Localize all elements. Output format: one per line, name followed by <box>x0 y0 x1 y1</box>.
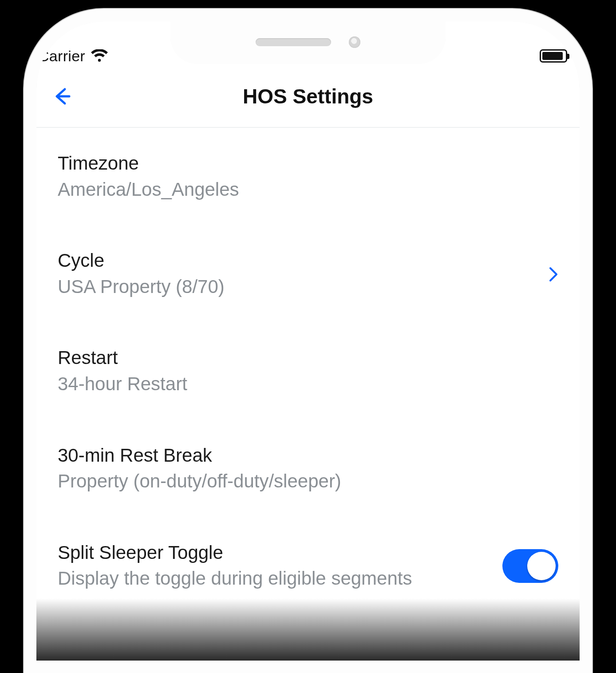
status-left: Carrier <box>38 48 108 65</box>
rest-break-value: Property (on-duty/off-duty/sleeper) <box>58 469 558 494</box>
cycle-label: Cycle <box>58 249 538 273</box>
settings-list: Timezone America/Los_Angeles Cycle USA P… <box>36 128 580 614</box>
speaker-grille <box>256 38 331 46</box>
status-right <box>540 49 567 63</box>
wifi-icon <box>91 49 108 63</box>
rest-break-label: 30-min Rest Break <box>58 444 558 467</box>
phone-frame: Carrier 4:50 PM HOS Settings Timezone <box>24 9 592 673</box>
split-sleeper-label: Split Sleeper Toggle <box>58 541 492 565</box>
timezone-label: Timezone <box>58 152 558 175</box>
restart-value: 34-hour Restart <box>58 372 558 397</box>
timezone-value: America/Los_Angeles <box>58 177 558 202</box>
chevron-right-icon <box>549 267 558 282</box>
front-camera <box>349 36 360 48</box>
carrier-label: Carrier <box>38 48 85 65</box>
row-split-sleeper: Split Sleeper Toggle Display the toggle … <box>36 517 580 614</box>
row-cycle[interactable]: Cycle USA Property (8/70) <box>36 225 580 322</box>
arrow-left-icon <box>52 87 72 106</box>
split-sleeper-toggle[interactable] <box>502 549 558 583</box>
screen: Carrier 4:50 PM HOS Settings Timezone <box>36 21 580 661</box>
row-restart: Restart 34-hour Restart <box>36 322 580 420</box>
row-timezone: Timezone America/Los_Angeles <box>36 128 580 225</box>
split-sleeper-description: Display the toggle during eligible segme… <box>58 566 492 591</box>
toggle-knob <box>527 552 556 580</box>
device-notch <box>170 20 446 64</box>
back-button[interactable] <box>49 83 75 110</box>
nav-header: HOS Settings <box>36 66 580 128</box>
row-rest-break: 30-min Rest Break Property (on-duty/off-… <box>36 420 580 517</box>
restart-label: Restart <box>58 346 558 370</box>
page-title: HOS Settings <box>243 84 373 108</box>
battery-icon <box>540 49 567 63</box>
cycle-value: USA Property (8/70) <box>58 274 538 300</box>
